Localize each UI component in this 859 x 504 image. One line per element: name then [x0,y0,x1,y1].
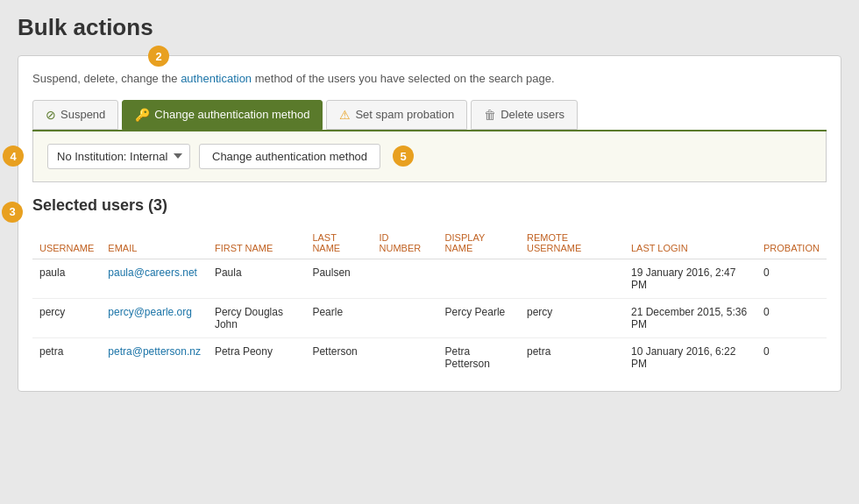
cell-display_name [438,259,520,298]
cell-last_name: Petterson [305,337,372,377]
col-username: USERNAME [32,227,101,259]
users-table: USERNAME EMAIL FIRST NAME LAST NAME ID N… [32,227,827,377]
col-email: EMAIL [101,227,208,259]
cell-email: percy@pearle.org [101,298,208,337]
cell-probation: 0 [756,298,827,337]
table-row: percypercy@pearle.orgPercy Douglas JohnP… [32,298,827,337]
section-title: Selected users (3) [32,196,827,215]
tab-suspend-label: Suspend [60,108,105,121]
cell-remote_username: petra [520,337,624,377]
selected-users-heading: Selected users (3) [32,196,167,215]
step4-badge: 4 [3,146,24,167]
warning-icon: ⚠ [339,108,351,122]
tab-spam[interactable]: ⚠ Set spam probation [326,100,467,130]
step2-badge: 2 [148,46,169,67]
cell-id_number [373,298,438,337]
table-row: paulapaula@careers.netPaulaPaulsen19 Jan… [32,259,827,298]
tab-spam-label: Set spam probation [355,108,454,121]
tab-delete-label: Delete users [500,108,564,121]
table-row: petrapetra@petterson.nzPetra PeonyPetter… [32,337,827,377]
action-tabs: ⊘ Suspend 🔑 Change authentication method… [32,100,827,131]
cell-last_name: Pearle [305,298,372,337]
cell-probation: 0 [756,259,827,298]
col-probation: PROBATION [756,227,827,259]
cell-username: petra [32,337,101,377]
cell-email: petra@petterson.nz [101,337,208,377]
col-last-login: LAST LOGIN [624,227,756,259]
cell-first_name: Percy Douglas John [208,298,305,337]
cell-id_number [373,259,438,298]
cell-remote_username [520,259,624,298]
tab-change-auth[interactable]: 🔑 Change authentication method [122,100,323,130]
cell-remote_username: percy [520,298,624,337]
col-first-name: FIRST NAME [208,227,305,259]
tab-suspend[interactable]: ⊘ Suspend [32,100,118,130]
cell-probation: 0 [756,337,827,377]
key-icon: 🔑 [135,108,150,122]
step5-badge: 5 [393,146,414,167]
institution-select[interactable]: No Institution: Internal No Institution:… [47,144,190,169]
cell-username: paula [32,259,101,298]
trash-icon: 🗑 [484,108,496,122]
col-display-name: DISPLAY NAME [438,227,520,259]
step3-badge: 3 [2,202,23,223]
col-remote-username: REMOTE USERNAME [520,227,624,259]
cell-first_name: Paula [208,259,305,298]
cell-last_login: 10 January 2016, 6:22 PM [624,337,756,377]
col-id-number: ID NUMBER [373,227,438,259]
cell-display_name: Petra Petterson [438,337,520,377]
cell-last_login: 21 December 2015, 5:36 PM [624,298,756,337]
page-title: Bulk actions [18,14,841,41]
tab-content-auth: 4 No Institution: Internal No Institutio… [32,131,827,182]
cell-first_name: Petra Peony [208,337,305,377]
cell-display_name: Percy Pearle [438,298,520,337]
tab-delete[interactable]: 🗑 Delete users [471,100,578,130]
cell-username: percy [32,298,101,337]
tab-change-auth-label: Change authentication method [154,108,309,121]
auth-row: No Institution: Internal No Institution:… [47,144,812,169]
col-last-name: LAST NAME [305,227,372,259]
change-auth-button-label: Change authentication method [212,150,367,163]
cell-email: paula@careers.net [101,259,208,298]
cell-last_login: 19 January 2016, 2:47 PM [624,259,756,298]
cell-last_name: Paulsen [305,259,372,298]
description-text: Suspend, delete, change the authenticati… [32,70,827,88]
suspend-icon: ⊘ [46,108,56,122]
cell-id_number [373,337,438,377]
change-auth-button[interactable]: Change authentication method [199,144,380,169]
